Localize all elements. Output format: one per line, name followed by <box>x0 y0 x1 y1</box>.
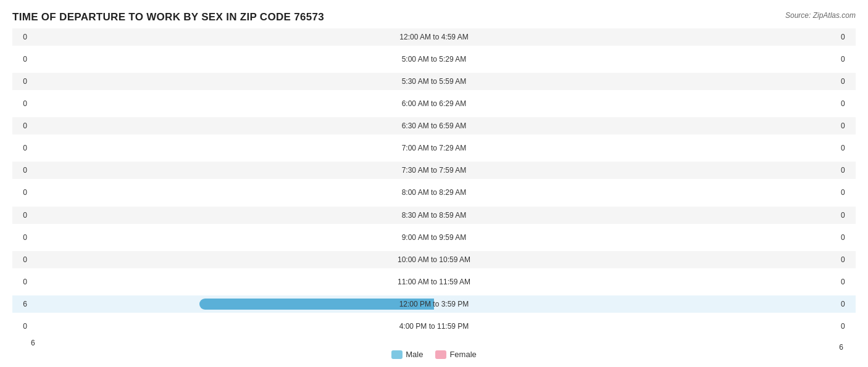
right-value: 0 <box>837 55 856 64</box>
bar-row: 0 5:00 AM to 5:29 AM 0 <box>12 51 856 68</box>
time-label: 4:00 PM to 11:59 PM <box>397 322 472 331</box>
left-value: 6 <box>12 300 31 308</box>
time-label: 6:00 AM to 6:29 AM <box>399 99 469 108</box>
bar-row: 0 6:30 AM to 6:59 AM 0 <box>12 117 856 134</box>
legend: Male Female <box>12 350 856 359</box>
x-axis-right: 6 <box>839 343 843 352</box>
time-label: 5:00 AM to 5:29 AM <box>399 55 469 64</box>
bar-center: 5:00 AM to 5:29 AM <box>31 51 837 68</box>
time-label: 12:00 AM to 4:59 AM <box>397 33 470 41</box>
right-value: 0 <box>837 166 856 175</box>
bar-center: 6:30 AM to 6:59 AM <box>31 117 837 134</box>
bar-row: 0 8:00 AM to 8:29 AM 0 <box>12 184 856 201</box>
time-label: 6:30 AM to 6:59 AM <box>399 122 469 130</box>
bar-center: 6:00 AM to 6:29 AM <box>31 95 837 112</box>
bar-center: 5:30 AM to 5:59 AM <box>31 73 837 90</box>
left-value: 0 <box>12 322 31 331</box>
left-value: 0 <box>12 278 31 286</box>
bar-row: 0 11:00 AM to 11:59 AM 0 <box>12 273 856 291</box>
bar-center: 12:00 PM to 3:59 PM <box>31 295 837 313</box>
chart-title: TIME OF DEPARTURE TO WORK BY SEX IN ZIP … <box>12 11 856 23</box>
bar-row: 0 6:00 AM to 6:29 AM 0 <box>12 95 856 112</box>
time-label: 8:30 AM to 8:59 AM <box>399 211 469 220</box>
left-value: 0 <box>12 33 31 41</box>
bar-center: 7:00 AM to 7:29 AM <box>31 139 837 157</box>
bar-center: 10:00 AM to 10:59 AM <box>31 251 837 268</box>
right-value: 0 <box>837 144 856 152</box>
bar-row: 0 5:30 AM to 5:59 AM 0 <box>12 73 856 90</box>
bar-center: 11:00 AM to 11:59 AM <box>31 273 837 291</box>
bar-row: 0 10:00 AM to 10:59 AM 0 <box>12 251 856 268</box>
left-value: 0 <box>12 99 31 108</box>
legend-female: Female <box>435 350 476 359</box>
bar-center: 7:30 AM to 7:59 AM <box>31 162 837 179</box>
x-axis: 6 6 <box>12 339 856 347</box>
legend-male-label: Male <box>406 350 423 359</box>
right-value: 0 <box>837 33 856 41</box>
right-value: 0 <box>837 77 856 86</box>
bar-row: 0 12:00 AM to 4:59 AM 0 <box>12 28 856 46</box>
bar-row: 0 7:00 AM to 7:29 AM 0 <box>12 139 856 157</box>
right-value: 0 <box>837 233 856 242</box>
legend-male-box <box>391 350 403 359</box>
source-label: Source: ZipAtlas.com <box>785 11 856 20</box>
x-axis-left: 6 <box>31 339 49 347</box>
right-value: 0 <box>837 300 856 308</box>
left-value: 0 <box>12 77 31 86</box>
time-label: 7:30 AM to 7:59 AM <box>399 166 469 175</box>
left-value: 0 <box>12 211 31 220</box>
bar-row: 0 7:30 AM to 7:59 AM 0 <box>12 162 856 179</box>
bar-center: 12:00 AM to 4:59 AM <box>31 28 837 46</box>
right-value: 0 <box>837 322 856 331</box>
bar-center: 4:00 PM to 11:59 PM <box>31 318 837 335</box>
bar-center: 8:30 AM to 8:59 AM <box>31 207 837 224</box>
right-value: 0 <box>837 211 856 220</box>
legend-female-box <box>435 350 446 359</box>
bar-center: 9:00 AM to 9:59 AM <box>31 229 837 246</box>
left-value: 0 <box>12 188 31 197</box>
right-value: 0 <box>837 99 856 108</box>
right-value: 0 <box>837 122 856 130</box>
left-value: 0 <box>12 144 31 152</box>
bar-center: 8:00 AM to 8:29 AM <box>31 184 837 201</box>
left-value: 0 <box>12 166 31 175</box>
time-label: 5:30 AM to 5:59 AM <box>399 77 469 86</box>
legend-male: Male <box>391 350 423 359</box>
time-label: 11:00 AM to 11:59 AM <box>395 278 473 286</box>
bar-row: 6 12:00 PM to 3:59 PM 0 <box>12 295 856 313</box>
time-label: 12:00 PM to 3:59 PM <box>397 300 472 308</box>
right-value: 0 <box>837 255 856 264</box>
left-value: 0 <box>12 255 31 264</box>
chart-area: 0 12:00 AM to 4:59 AM 0 0 5:00 AM to 5:2… <box>12 28 856 335</box>
time-label: 10:00 AM to 10:59 AM <box>395 255 473 264</box>
left-value: 0 <box>12 233 31 242</box>
left-value: 0 <box>12 55 31 64</box>
bar-row: 0 9:00 AM to 9:59 AM 0 <box>12 229 856 246</box>
time-label: 9:00 AM to 9:59 AM <box>399 233 469 242</box>
chart-container: TIME OF DEPARTURE TO WORK BY SEX IN ZIP … <box>0 0 868 367</box>
time-label: 7:00 AM to 7:29 AM <box>399 144 469 152</box>
left-value: 0 <box>12 122 31 130</box>
bar-row: 0 4:00 PM to 11:59 PM 0 <box>12 318 856 335</box>
legend-female-label: Female <box>449 350 476 359</box>
right-value: 0 <box>837 188 856 197</box>
bar-row: 0 8:30 AM to 8:59 AM 0 <box>12 207 856 224</box>
time-label: 8:00 AM to 8:29 AM <box>399 188 469 197</box>
right-value: 0 <box>837 278 856 286</box>
